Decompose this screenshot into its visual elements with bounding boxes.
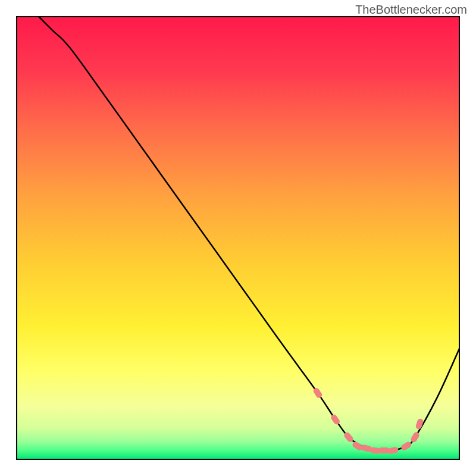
bottleneck-chart: TheBottlenecker.com [0, 0, 476, 476]
gradient-background [17, 17, 459, 459]
watermark-text: TheBottlenecker.com [355, 3, 467, 17]
chart-svg [0, 0, 476, 476]
